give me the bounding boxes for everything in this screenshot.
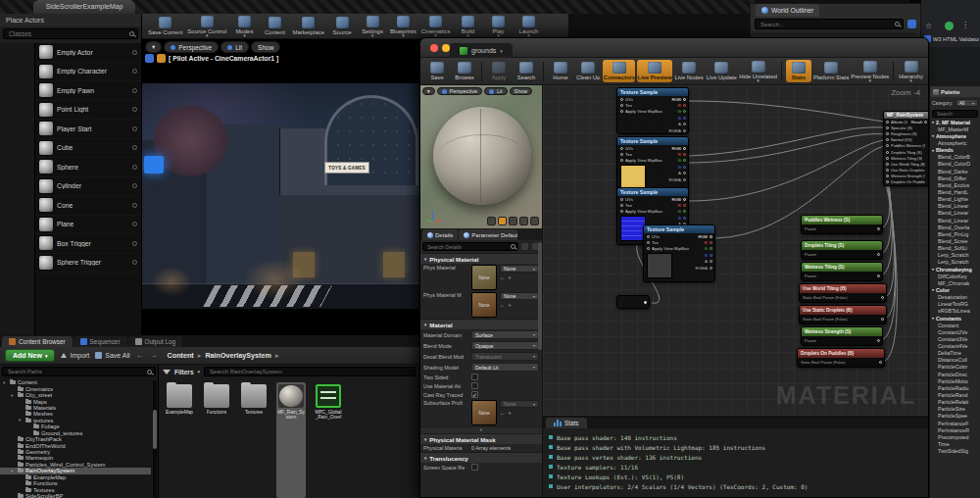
output-pin-icon[interactable] <box>683 129 686 132</box>
toolbar-button[interactable]: Source ▾ <box>327 16 357 36</box>
output-pin-icon[interactable] <box>683 123 686 125</box>
expander-icon[interactable]: ▾ <box>3 380 8 385</box>
expand-advanced-button[interactable]: ▾ <box>420 426 542 433</box>
palette-item[interactable]: ▾ Precomputed <box>930 433 980 440</box>
mesh-shape-button[interactable] <box>530 217 539 225</box>
asset-tile[interactable]: Functions <box>202 382 231 498</box>
toolbar-button[interactable]: Save Current ▾ <box>146 16 184 36</box>
palette-item[interactable]: ▾ Blend_Lighte <box>930 196 980 203</box>
search-input[interactable] <box>935 110 975 118</box>
world-outliner-tab[interactable]: World Outliner <box>756 4 819 17</box>
parameter-defaults-tab[interactable]: Parameter Defaults <box>459 229 517 240</box>
place-actors-search[interactable] <box>3 28 138 39</box>
output-pin-icon[interactable] <box>683 153 686 156</box>
material-toolbar-button[interactable]: Save ▾ <box>424 60 450 82</box>
filter-icon[interactable] <box>163 370 171 374</box>
asset-tile[interactable]: Textures <box>239 382 269 498</box>
input-pin-icon[interactable] <box>647 241 650 244</box>
asset-tile[interactable]: MF_Rain_System <box>276 382 306 498</box>
place-actors-header[interactable]: Place Actors <box>0 14 141 26</box>
tree-scrollbar[interactable] <box>153 380 157 498</box>
material-toolbar-button[interactable]: Browse ▾ <box>452 60 477 82</box>
material-preview-viewport[interactable]: ▾ Perspective Lit Show <box>420 85 543 228</box>
toolbar-button[interactable]: Blueprints ▾ <box>388 15 418 37</box>
toolbar-button[interactable]: Content ▾ <box>260 16 289 36</box>
output-pin-icon[interactable] <box>710 241 712 244</box>
cast-ray-traced-checkbox[interactable]: ✓ <box>471 391 478 398</box>
output-pin-icon[interactable] <box>683 104 686 107</box>
palette-item[interactable]: ▾ Time <box>930 440 980 447</box>
close-icon[interactable] <box>430 44 438 52</box>
material-toolbar-button[interactable]: Hide Unrelated ▾ <box>739 59 777 84</box>
palette-item[interactable]: ▾ MF_Chromak <box>930 279 980 286</box>
browse-to-icon[interactable]: ⌖ <box>509 274 512 281</box>
expander-icon[interactable]: ▾ <box>11 469 16 473</box>
palette-item[interactable]: ▾ PerInstanceF <box>930 420 980 426</box>
output-pin-icon[interactable] <box>683 110 686 113</box>
palette-item[interactable]: ▾ LinearTosRG <box>930 301 980 308</box>
place-actor-item[interactable]: Empty Actor <box>35 43 141 63</box>
output-pin-icon[interactable] <box>710 260 712 263</box>
output-pin-icon[interactable] <box>924 121 927 124</box>
menu-dots-icon[interactable]: ⋮ <box>961 21 969 29</box>
search-input[interactable] <box>425 243 511 251</box>
bottom-tab[interactable]: Sequencer <box>74 336 127 347</box>
graph-node-use-world-tiling-b-[interactable]: Use World Tiling (B)Static Bool Param (F… <box>799 283 887 303</box>
output-pin-icon[interactable] <box>683 178 686 181</box>
palette-item[interactable]: ▾ Blend_Overla <box>930 224 980 230</box>
palette-item[interactable]: ▾ ParticleSize <box>930 406 980 413</box>
input-pin-icon[interactable] <box>886 144 889 147</box>
output-pin-icon[interactable] <box>683 147 686 150</box>
bookmark-star-icon[interactable]: ☆ <box>925 22 932 30</box>
category-dropdown[interactable]: All▾ <box>956 99 978 107</box>
asset-search[interactable] <box>204 367 416 376</box>
camera-icon[interactable] <box>145 54 154 63</box>
section-physical-material-mask[interactable]: ▾Physical Material Mask <box>420 433 542 444</box>
output-pin-icon[interactable] <box>877 339 880 342</box>
output-pin-icon[interactable] <box>683 166 686 169</box>
output-pin-icon[interactable] <box>683 117 686 120</box>
palette-item[interactable]: ▾ Constant2Ve <box>930 328 980 335</box>
palette-item[interactable]: ▾ Blend_Exclus <box>930 181 980 188</box>
show-button[interactable]: Show <box>251 41 280 53</box>
input-pin-icon[interactable] <box>620 153 623 156</box>
forward-arrow-icon[interactable]: → <box>150 351 158 360</box>
palette-item[interactable]: ▾ Blend_Scree <box>930 237 980 244</box>
paths-search[interactable] <box>2 367 156 376</box>
add-new-button[interactable]: Add New▾ <box>5 349 55 362</box>
palette-item[interactable]: ▾ Blend_Darke <box>930 168 980 174</box>
section-material[interactable]: ▾Material <box>420 319 542 329</box>
input-pin-icon[interactable] <box>620 210 623 213</box>
place-actor-item[interactable]: Sphere <box>35 158 141 177</box>
place-actor-item[interactable]: Cube <box>35 139 141 159</box>
section-translucency[interactable]: ▾Translucency <box>420 452 542 463</box>
palette-item[interactable]: ▾ Blend_PinLig <box>930 230 980 237</box>
bookmark-item[interactable]: W3 HTML Validator <box>924 35 979 42</box>
output-pin-icon[interactable] <box>877 253 880 256</box>
phys-mask-thumbnail[interactable]: None <box>471 292 497 318</box>
level-editor-tab[interactable]: SideScrollerExampleMap <box>33 0 135 14</box>
input-pin-icon[interactable] <box>886 163 889 166</box>
phys-material-dropdown[interactable]: None▾ <box>500 265 539 273</box>
toolbar-button[interactable]: Play ▾ <box>483 15 513 37</box>
input-pin-icon[interactable] <box>647 235 650 238</box>
palette-item[interactable]: ▾ ParticleSpee <box>930 413 980 420</box>
place-actor-item[interactable]: Empty Pawn <box>35 81 141 101</box>
input-pin-icon[interactable] <box>886 138 889 141</box>
list-view-icon[interactable] <box>520 242 529 251</box>
screen-space-reflections-checkbox[interactable] <box>471 464 478 471</box>
output-pin-icon[interactable] <box>683 210 686 213</box>
output-pin-icon[interactable] <box>710 254 712 257</box>
save-all-button[interactable]: Save All <box>95 352 129 359</box>
palette-item[interactable]: ▾ DistanceCull <box>930 357 980 364</box>
output-pin-icon[interactable] <box>710 267 712 270</box>
palette-item[interactable]: ▾ Blend_HardL <box>930 188 980 195</box>
stats-tab[interactable]: Stats <box>546 418 587 428</box>
input-pin-icon[interactable] <box>620 159 623 162</box>
toolbar-button[interactable]: Build ▾ <box>453 15 482 37</box>
palette-item[interactable]: ▾ ParticleRadiu <box>930 384 980 391</box>
minimize-icon[interactable] <box>442 44 450 52</box>
search-input[interactable] <box>208 368 412 375</box>
output-pin-icon[interactable] <box>710 235 712 238</box>
palette-item[interactable]: ▾ DiffColorKey <box>930 273 980 279</box>
